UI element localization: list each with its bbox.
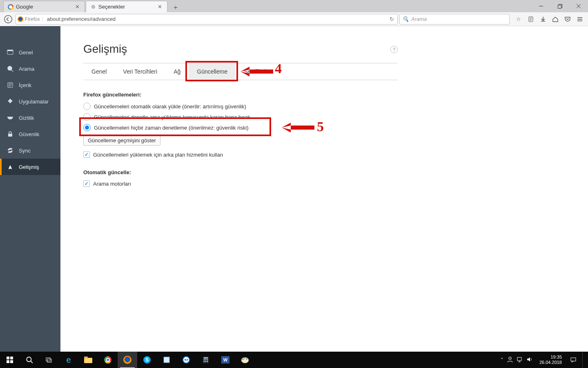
subtab-data[interactable]: Veri Tercihleri (115, 63, 165, 80)
reload-icon[interactable]: ↻ (388, 16, 396, 22)
sidebar-item-security[interactable]: Güvenlik (0, 126, 60, 142)
update-history-button[interactable]: Güncelleme geçmişini göster (83, 135, 160, 146)
skype-taskbar-icon[interactable]: S (137, 352, 157, 368)
subtab-update[interactable]: Güncelleme (189, 63, 236, 80)
subtab-general[interactable]: Genel (83, 63, 115, 80)
svg-rect-37 (84, 357, 88, 359)
radio-label: Güncellemeleri hiçbir zaman denetleme (ö… (94, 125, 249, 131)
radio-icon[interactable] (83, 113, 91, 121)
tray-volume-icon[interactable] (526, 356, 533, 364)
svg-rect-44 (204, 357, 208, 359)
svg-rect-46 (205, 359, 206, 360)
svg-rect-45 (204, 359, 205, 360)
window-minimize-button[interactable] (532, 0, 550, 12)
search-button[interactable] (20, 352, 39, 368)
teamviewer-taskbar-icon[interactable] (176, 352, 196, 368)
taskbar-time: 19:35 (539, 355, 562, 360)
sidebar-item-applications[interactable]: Uygulamalar (0, 93, 60, 110)
main-area: Genel Arama İçerik Uygulamalar Gizlilik … (0, 26, 588, 352)
help-icon[interactable]: ? (390, 46, 398, 53)
sidebar-item-content[interactable]: İçerik (0, 77, 60, 93)
update-option-check[interactable]: Güncellemeleri denetle ama yükleme konus… (83, 112, 398, 122)
paint-taskbar-icon[interactable] (235, 352, 255, 368)
downloads-icon[interactable] (537, 13, 549, 25)
explorer-taskbar-icon[interactable] (78, 352, 98, 368)
window-titlebar: Google ✕ ⚙ Seçenekler ✕ ＋ (0, 0, 588, 12)
taskbar-right: ˄ 19:35 26.04.2018 (498, 352, 588, 368)
pocket-icon[interactable] (562, 13, 573, 25)
tray-network-icon[interactable] (517, 356, 523, 364)
sidebar-item-sync[interactable]: Sync (0, 142, 60, 159)
tray-icons[interactable]: ˄ (498, 356, 535, 364)
svg-line-16 (11, 70, 13, 72)
url-bar[interactable]: Firefox about:preferences#advanced ↻ (16, 14, 398, 25)
checkbox-icon[interactable] (83, 180, 90, 187)
browser-tab-preferences[interactable]: ⚙ Seçenekler ✕ (86, 1, 167, 12)
notepad-taskbar-icon[interactable] (157, 352, 176, 368)
svg-rect-30 (7, 360, 9, 363)
document-icon (7, 81, 14, 89)
menu-icon[interactable] (574, 13, 586, 25)
sidebar-item-privacy[interactable]: Gizlilik (0, 110, 60, 126)
general-icon (7, 49, 14, 56)
tab-close-icon[interactable]: ✕ (74, 4, 80, 10)
browser-tab-google[interactable]: Google ✕ (3, 1, 85, 12)
window-close-button[interactable] (569, 0, 588, 12)
radio-label: Güncellemeleri denetle ama yükleme konus… (94, 114, 250, 120)
bookmark-star-icon[interactable]: ☆ (513, 13, 524, 25)
search-bar[interactable]: 🔍 Arama (399, 14, 510, 25)
word-taskbar-icon[interactable]: W (216, 352, 235, 368)
tab-title: Google (16, 4, 71, 10)
svg-rect-14 (7, 50, 13, 51)
sidebar-item-label: İçerik (19, 82, 31, 88)
radio-icon[interactable] (83, 103, 91, 110)
lock-icon (7, 130, 14, 138)
windows-taskbar: e S W ˄ (0, 352, 588, 368)
radio-icon[interactable] (83, 124, 91, 131)
action-center-icon[interactable] (566, 352, 581, 368)
url-text[interactable]: about:preferences#advanced (45, 16, 385, 22)
chrome-taskbar-icon[interactable] (98, 352, 118, 368)
window-restore-button[interactable] (550, 0, 569, 12)
checkbox-icon[interactable] (83, 151, 90, 158)
edge-taskbar-icon[interactable]: e (59, 352, 78, 368)
tray-people-icon[interactable] (507, 356, 513, 364)
svg-rect-2 (558, 5, 561, 8)
back-button[interactable] (2, 13, 14, 25)
browser-tab-strip: Google ✕ ⚙ Seçenekler ✕ ＋ (3, 0, 181, 12)
tab-close-icon[interactable]: ✕ (156, 4, 163, 10)
sidebar-item-label: Genel (19, 49, 33, 56)
svg-rect-29 (10, 357, 13, 359)
sidebar-item-advanced[interactable]: Gelişmiş (0, 159, 60, 175)
background-service-checkbox[interactable]: Güncellemeleri yüklemek için arka plan h… (83, 150, 398, 159)
svg-point-5 (4, 15, 12, 22)
bookmarks-menu-icon[interactable] (525, 13, 537, 25)
update-option-never[interactable]: Güncellemeleri hiçbir zaman denetleme (ö… (83, 122, 398, 133)
search-engines-checkbox[interactable]: Arama motorları (83, 179, 398, 188)
firefox-taskbar-icon[interactable] (118, 352, 137, 368)
sidebar-item-general[interactable]: Genel (0, 44, 60, 61)
puzzle-icon (7, 98, 14, 105)
task-view-button[interactable] (39, 352, 59, 368)
svg-rect-31 (10, 360, 13, 363)
svg-point-55 (509, 357, 511, 359)
subtab-network[interactable]: Ağ (165, 63, 189, 80)
subtab-certs[interactable]: Sertifikalar (236, 63, 279, 80)
firefox-icon (18, 16, 23, 22)
home-icon[interactable] (550, 13, 561, 25)
taskbar-left: e S W (0, 352, 255, 368)
tray-chevron-icon[interactable]: ˄ (501, 357, 503, 363)
gear-favicon-icon: ⚙ (90, 4, 96, 10)
sidebar-item-label: Sync (19, 148, 31, 154)
svg-rect-34 (46, 358, 50, 361)
calculator-taskbar-icon[interactable] (196, 352, 216, 368)
new-tab-button[interactable]: ＋ (170, 2, 181, 12)
svg-marker-59 (527, 357, 530, 361)
start-button[interactable] (0, 352, 20, 368)
update-option-auto[interactable]: Güncellemeleri otomatik olarak yükle (ön… (83, 101, 398, 112)
search-icon (7, 65, 14, 72)
identity-box[interactable]: Firefox (18, 16, 43, 22)
show-desktop-button[interactable] (582, 352, 586, 368)
sidebar-item-search[interactable]: Arama (0, 61, 60, 77)
taskbar-clock[interactable]: 19:35 26.04.2018 (537, 355, 564, 365)
